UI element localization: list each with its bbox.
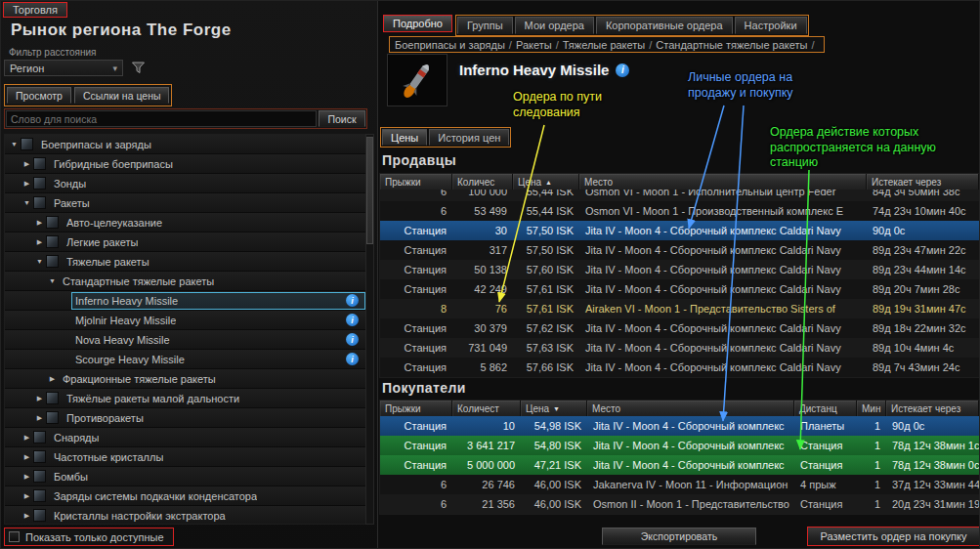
sell-order-row[interactable]: Станция31757,50 ISKJita IV - Moon 4 - Сб… xyxy=(380,240,979,260)
info-icon[interactable]: i xyxy=(346,314,359,326)
tab-details[interactable]: Подробно xyxy=(383,15,452,32)
info-icon[interactable]: i xyxy=(346,333,359,346)
filter-funnel-icon[interactable] xyxy=(131,61,146,75)
tree-item[interactable]: ▶Авто-целеуказание xyxy=(5,213,365,232)
chevron-down-icon[interactable]: ▼ xyxy=(8,141,21,148)
tree-scrollbar[interactable] xyxy=(365,134,374,525)
breadcrumb-segment[interactable]: Тяжелые ракеты xyxy=(563,39,646,51)
sell-order-row[interactable]: Станция30 37957,62 ISKJita IV - Moon 4 -… xyxy=(380,318,979,338)
tree-item[interactable]: ▶Заряды системы подкачки конденсатора xyxy=(5,486,365,506)
search-button[interactable]: Поиск xyxy=(319,110,365,127)
breadcrumb-segment[interactable]: Ракеты xyxy=(516,39,552,51)
export-button[interactable]: Экспортировать xyxy=(602,528,756,545)
info-icon[interactable]: i xyxy=(346,294,359,307)
chevron-right-icon[interactable]: ▶ xyxy=(21,160,33,168)
show-available-toggle[interactable]: Показать только доступные xyxy=(4,528,174,546)
buy-order-row[interactable]: Станция5 000 00047,21 ISKJita IV - Moon … xyxy=(380,455,979,475)
cell-price: 57,63 ISK xyxy=(513,338,579,358)
info-icon[interactable]: i xyxy=(616,63,629,77)
column-header-jumps[interactable]: Прыжки xyxy=(380,174,452,190)
chevron-right-icon[interactable]: ▶ xyxy=(33,238,46,246)
column-header-dist[interactable]: Дистанц xyxy=(794,401,857,416)
tree-item[interactable]: ▶Легкие ракеты xyxy=(5,232,365,252)
tree-item[interactable]: ▶Снаряды xyxy=(5,428,365,447)
chevron-right-icon[interactable]: ▶ xyxy=(21,180,33,188)
tree-item[interactable]: ▶Гибридные боеприпасы xyxy=(5,154,365,174)
column-header-qty[interactable]: Количест xyxy=(452,401,521,416)
place-buy-order-button[interactable]: Разместить ордер на покупку xyxy=(807,527,980,546)
tree-item[interactable]: ▼Ракеты xyxy=(5,193,365,213)
price-links-button[interactable]: Ссылки на цены xyxy=(74,87,170,104)
cell-loc: Osmon VI - Moon 1 - Исполнительный центр… xyxy=(579,190,867,201)
chevron-right-icon[interactable]: ▶ xyxy=(21,434,33,442)
chevron-right-icon[interactable]: ▶ xyxy=(33,414,46,422)
column-header-price[interactable]: Цена▲ xyxy=(513,174,579,190)
cell-dist: Планеты xyxy=(794,416,857,436)
tree-item[interactable]: Scourge Heavy Missilei xyxy=(5,350,365,369)
sell-order-row[interactable]: 653 49955,44 ISKOsmon VI - Moon 1 - Прои… xyxy=(380,201,979,221)
breadcrumb-segment[interactable]: Стандартные тяжелые ракеты xyxy=(656,39,807,51)
market-tab[interactable]: Мои ордера xyxy=(515,17,594,34)
tab-prices[interactable]: Цены xyxy=(382,129,427,146)
column-header-qty[interactable]: Количес xyxy=(452,174,513,190)
column-header-min[interactable]: Мин xyxy=(857,401,886,416)
tree-item[interactable]: Inferno Heavy Missilei xyxy=(5,291,365,311)
chevron-right-icon[interactable]: ▶ xyxy=(21,473,33,481)
show-available-checkbox[interactable] xyxy=(9,531,20,542)
tab-price-history[interactable]: История цен xyxy=(429,129,509,146)
tree-item[interactable]: ▶Частотные кристаллы xyxy=(5,447,365,467)
cell-min: 1 xyxy=(857,455,886,475)
chevron-down-icon[interactable]: ▼ xyxy=(46,277,59,284)
buy-order-row[interactable]: 626 74646,00 ISKJakanerva IV - Moon 11 -… xyxy=(380,475,979,494)
tree-item[interactable]: ▶Зонды xyxy=(5,174,365,193)
tree-item[interactable]: ▼Стандартные тяжелые ракеты xyxy=(5,272,365,291)
market-tab[interactable]: Группы xyxy=(457,17,513,34)
column-header-price[interactable]: Цена▼ xyxy=(521,401,587,416)
chevron-down-icon[interactable]: ▼ xyxy=(21,199,33,206)
sell-order-row[interactable]: 6100 00055,44 ISKOsmon VI - Moon 1 - Исп… xyxy=(380,190,979,201)
market-tab[interactable]: Корпоративные ордера xyxy=(596,17,733,34)
buy-order-row[interactable]: Станция3 641 21754,80 ISKJita IV - Moon … xyxy=(380,436,979,455)
search-input[interactable] xyxy=(6,110,317,127)
breadcrumb-segment[interactable]: Боеприпасы и заряды xyxy=(395,39,505,51)
chevron-right-icon[interactable]: ▶ xyxy=(21,453,33,461)
cell-jumps: 6 xyxy=(380,201,452,221)
tree-item[interactable]: ▶Противоракеты xyxy=(5,408,365,428)
column-header-jumps[interactable]: Прыжки xyxy=(380,401,452,416)
item-icon[interactable] xyxy=(387,54,447,106)
region-select[interactable]: Регион ▾ xyxy=(4,60,123,76)
sell-order-row[interactable]: Станция5 86257,66 ISKJita IV - Moon 4 - … xyxy=(380,358,979,377)
sell-order-row[interactable]: Станция731 04957,63 ISKJita IV - Moon 4 … xyxy=(380,338,979,358)
sell-order-row[interactable]: Станция42 24957,61 ISKJita IV - Moon 4 -… xyxy=(380,279,979,299)
chevron-right-icon[interactable]: ▶ xyxy=(33,219,46,227)
chevron-down-icon[interactable]: ▼ xyxy=(33,258,46,265)
buy-order-row[interactable]: Станция1054,98 ISKJita IV - Moon 4 - Сбо… xyxy=(380,416,979,436)
market-tab[interactable]: Настройки xyxy=(735,17,807,34)
buy-order-row[interactable]: 621 35646,00 ISKOsmon II - Moon 1 - Пред… xyxy=(380,494,979,514)
buyers-table: ПрыжкиКоличестЦена▼МестоДистанцМинИстека… xyxy=(379,400,980,515)
tree-item-label: Снаряды xyxy=(54,432,99,443)
sell-order-row[interactable]: Станция50 13857,60 ISKJita IV - Moon 4 -… xyxy=(380,260,979,279)
scrollbar-thumb[interactable] xyxy=(366,137,373,244)
tree-item[interactable]: ▶Кристаллы настройки экстрактора xyxy=(5,506,365,525)
column-header-loc[interactable]: Место xyxy=(587,401,794,416)
chevron-right-icon[interactable]: ▶ xyxy=(21,492,33,500)
view-button[interactable]: Просмотр xyxy=(7,87,71,104)
tree-item[interactable]: ▶Тяжёлые ракеты малой дальности xyxy=(5,389,365,408)
chevron-right-icon[interactable]: ▶ xyxy=(46,375,59,383)
tree-item[interactable]: ▼Боеприпасы и заряды xyxy=(5,135,365,154)
tree-item[interactable]: Mjolnir Heavy Missilei xyxy=(5,311,365,330)
tree-item[interactable]: ▶Бомбы xyxy=(5,467,365,486)
sell-order-row[interactable]: 87657,61 ISKAiraken VI - Moon 1 - Предст… xyxy=(380,299,979,318)
info-icon[interactable]: i xyxy=(346,353,359,365)
sell-order-row[interactable]: Станция3057,50 ISKJita IV - Moon 4 - Сбо… xyxy=(380,221,979,240)
chevron-right-icon[interactable]: ▶ xyxy=(33,395,46,402)
tree-item[interactable]: Nova Heavy Missilei xyxy=(5,330,365,350)
tree-item[interactable]: ▶Фракционные тяжелые ракеты xyxy=(5,369,365,389)
chevron-right-icon[interactable]: ▶ xyxy=(21,512,33,520)
column-header-loc[interactable]: Место xyxy=(579,174,867,190)
tree-item[interactable]: ▼Тяжелые ракеты xyxy=(5,252,365,272)
column-header-exp[interactable]: Истекает через xyxy=(886,401,979,416)
column-header-exp[interactable]: Истекает через xyxy=(867,174,979,190)
tab-trade[interactable]: Торговля xyxy=(3,2,67,18)
